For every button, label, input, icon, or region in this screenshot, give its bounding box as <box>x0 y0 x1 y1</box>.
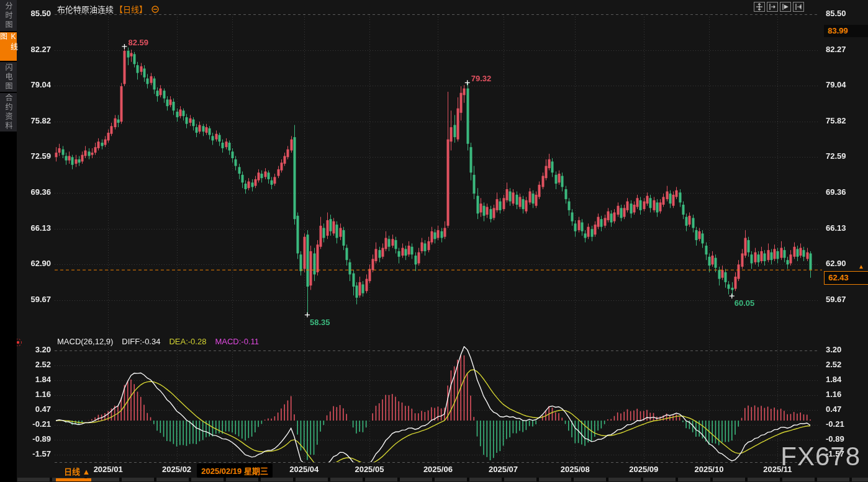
price-axis-label: 72.59 <box>15 152 51 161</box>
macd-axis-label: -1.57 <box>15 450 51 458</box>
price-axis-label: 79.04 <box>15 81 51 89</box>
macd-axis-label: 2.52 <box>15 360 51 369</box>
sidebar: 分时图 K线图 闪电图 合约资料 <box>0 0 17 482</box>
sidebar-item-timeshare-chart[interactable]: 分时图 <box>0 0 17 32</box>
sidebar-item-label: K线图 <box>0 32 19 61</box>
price-axis-label: 62.90 <box>15 259 51 268</box>
pan-icon[interactable] <box>754 2 765 12</box>
price-axis-label: 62.90 <box>826 259 863 268</box>
date-axis-label: 2025/06 <box>410 465 466 474</box>
price-axis-label: 69.36 <box>15 188 51 197</box>
price-axis-label: 66.13 <box>826 224 863 233</box>
chart-titlebar: 布伦特原油连续 【日线】 <box>57 3 160 15</box>
sidebar-item-lightning-chart[interactable]: 闪电图 <box>0 62 17 93</box>
price-annotation: 60.05 <box>735 298 755 308</box>
crosshair-date-tag: 2025/02/19 星期三 <box>197 463 273 478</box>
sidebar-item-contract-info[interactable]: 合约资料 <box>0 93 17 133</box>
indicator-settings-icon[interactable] <box>151 5 160 14</box>
trading-app: 分时图 K线图 闪电图 合约资料 布伦特原油连续 【日线】 <box>0 0 868 482</box>
macd-axis-label: -0.21 <box>826 420 863 429</box>
macd-axis-label: -0.89 <box>15 435 51 444</box>
price-axis-label: 75.82 <box>15 117 51 125</box>
price-axis-label: 72.59 <box>826 152 863 161</box>
restore-view-icon[interactable] <box>793 2 804 12</box>
macd-axis-label: 1.84 <box>15 375 51 384</box>
timeframe-selector[interactable]: 日线 ▲ <box>64 465 90 477</box>
macd-axis-label: 0.47 <box>15 405 51 414</box>
date-axis-label: 2025/07 <box>476 465 531 474</box>
sidebar-item-label: 合约资料 <box>3 94 14 131</box>
chart-scrollbar-track[interactable] <box>17 478 868 481</box>
macd-diff-value: DIFF:-0.34 <box>122 337 160 346</box>
macd-axis-label: 1.84 <box>826 375 863 384</box>
last-price-arrow-icon: ▲ <box>858 264 864 270</box>
macd-legend: MACD(26,12,9) DIFF:-0.34 DEA:-0.28 MACD:… <box>57 337 259 346</box>
macd-dea-value: DEA:-0.28 <box>169 337 206 346</box>
candlestick-chart-canvas[interactable] <box>17 0 868 482</box>
price-annotation: 58.35 <box>310 318 330 327</box>
date-axis-label: 2025/04 <box>276 465 332 474</box>
sidebar-item-label: 分时图 <box>3 2 14 30</box>
price-axis-label: 85.50 <box>826 9 863 18</box>
price-axis-label: 85.50 <box>15 9 51 18</box>
sidebar-item-label: 闪电图 <box>3 63 14 91</box>
date-axis-label: 2025/08 <box>547 465 603 474</box>
macd-axis-label: 1.16 <box>15 390 51 399</box>
y-axis-scale-icon[interactable] <box>780 2 791 12</box>
watermark: FX678 <box>780 442 861 471</box>
macd-macd-value: MACD:-0.11 <box>215 337 259 346</box>
session-high-tag: 83.99 <box>824 25 868 37</box>
sidebar-item-kline-chart[interactable]: K线图 <box>0 32 17 62</box>
date-axis-label: 2025/05 <box>341 465 397 474</box>
price-axis-label: 66.13 <box>15 224 51 233</box>
price-axis-label: 59.67 <box>15 295 51 304</box>
x-axis-scale-icon[interactable] <box>767 2 778 12</box>
price-axis-label: 82.27 <box>826 45 863 54</box>
price-annotation: 82.59 <box>128 38 148 47</box>
last-price-tag: 62.43 <box>824 271 868 285</box>
macd-params-label: MACD(26,12,9) <box>57 337 113 346</box>
chart-scrollbar-thumb[interactable] <box>56 478 91 481</box>
instrument-title: 布伦特原油连续 <box>57 3 114 15</box>
date-axis-label: 2025/09 <box>616 465 672 474</box>
macd-axis-label: 1.16 <box>826 390 863 399</box>
chart-toolbar <box>754 2 804 12</box>
price-annotation: 79.32 <box>471 74 492 83</box>
macd-axis-label: 3.20 <box>826 346 863 354</box>
price-axis-label: 69.36 <box>826 188 863 197</box>
macd-axis-label: -0.21 <box>15 420 51 429</box>
chart-area[interactable]: 布伦特原油连续 【日线】 MACD(26,12,9) DIFF:-0.34 D <box>17 0 868 482</box>
price-axis-label: 79.04 <box>826 81 863 89</box>
macd-axis-label: 2.52 <box>826 360 863 369</box>
timeframe-tag: 【日线】 <box>115 3 147 15</box>
price-axis-label: 75.82 <box>826 117 863 125</box>
macd-axis-label: 0.47 <box>826 405 863 414</box>
price-axis-label: 82.27 <box>15 45 51 54</box>
price-axis-label: 59.67 <box>826 295 863 304</box>
date-axis-label: 2025/10 <box>681 465 737 474</box>
